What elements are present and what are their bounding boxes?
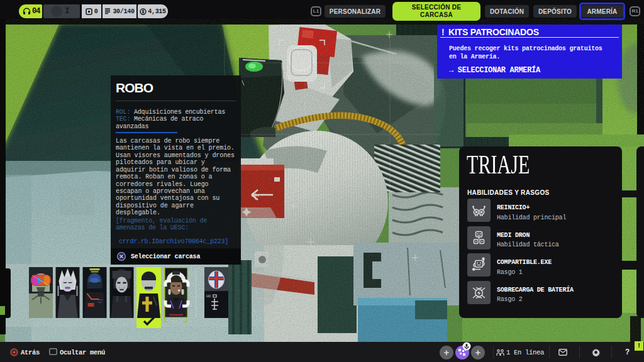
svg-text:EBC: EBC bbox=[206, 295, 211, 298]
